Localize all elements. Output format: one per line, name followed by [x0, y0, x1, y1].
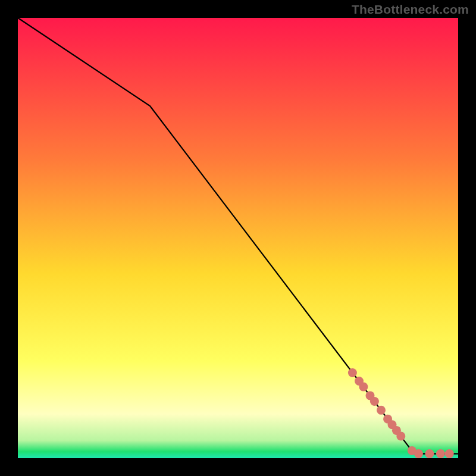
data-point: [370, 397, 379, 406]
data-point: [425, 449, 434, 458]
plot-area: [18, 18, 458, 458]
chart-svg: [18, 18, 458, 458]
data-point: [377, 406, 386, 415]
data-point: [359, 383, 368, 392]
data-markers: [348, 368, 454, 458]
data-point: [436, 449, 445, 458]
data-point: [396, 432, 405, 441]
chart-container: [18, 18, 458, 458]
data-point: [414, 449, 423, 458]
data-point: [445, 449, 454, 458]
watermark-label: TheBottleneck.com: [352, 2, 469, 17]
curve-line: [18, 18, 458, 454]
data-point: [348, 368, 357, 377]
